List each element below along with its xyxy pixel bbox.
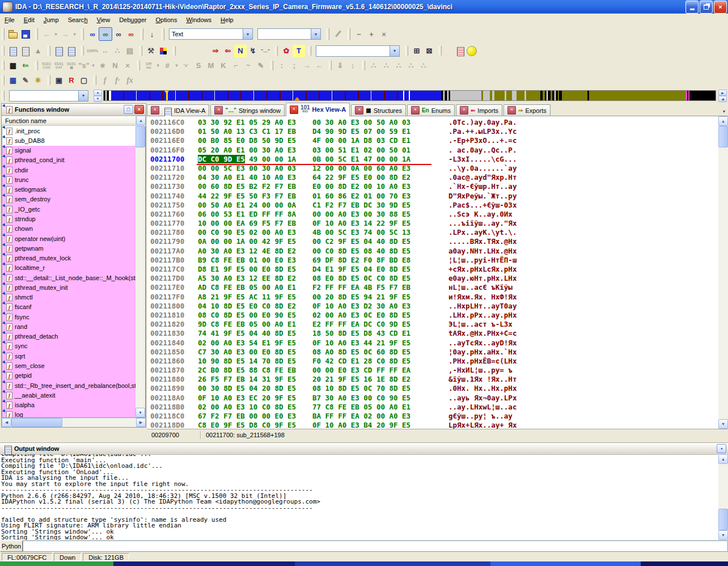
hex-row[interactable]: 002117E0AD C8 FE EB 05 00 A0 E1F2 FF FF …: [147, 283, 718, 292]
functions-scroll-right-button[interactable]: ▶: [136, 418, 146, 427]
hex-row[interactable]: 00211850C7 30 A0 E3 00 E0 8D E508 A0 8D …: [147, 348, 718, 357]
jump-target-combo[interactable]: ▾: [9, 90, 88, 102]
functions-maximize-button[interactable]: □: [124, 105, 133, 114]
restore-button[interactable]: [700, 1, 713, 14]
hexview-scroll-up-button[interactable]: ▲: [718, 116, 728, 126]
tab-close-icon[interactable]: ×: [460, 106, 468, 115]
function-list-item[interactable]: ▶fstrndup: [2, 214, 136, 223]
function-list-item[interactable]: ▶fpthread_cond_init: [2, 155, 136, 165]
function-list-item[interactable]: ▶fgetpid: [2, 371, 136, 381]
hex-row[interactable]: 0021189000 30 8D E5 04 20 8D E508 10 8D …: [147, 384, 718, 393]
rename-icon[interactable]: N: [234, 45, 247, 57]
function-list-item[interactable]: ▶fisalpha: [2, 400, 136, 409]
find-binary-icon[interactable]: ∞: [112, 28, 125, 40]
text-view-icon[interactable]: [7, 45, 19, 57]
function-list-item[interactable]: ▶flog: [2, 410, 136, 417]
function-list-item[interactable]: ▶flocaltime_r: [2, 263, 136, 273]
cascade-windows-icon[interactable]: ▣: [53, 74, 65, 87]
functions-vscroll-thumb[interactable]: [136, 126, 145, 147]
search-type-combo-arrow[interactable]: ▾: [243, 29, 252, 39]
function-list-item[interactable]: ▶foperator new(uint): [2, 234, 136, 243]
output-scroll-up-button[interactable]: ▲: [718, 454, 728, 464]
function-list-item[interactable]: ▶fsignal: [2, 146, 136, 155]
hex-view[interactable]: 002116C003 30 92 E1 05 29 A0 E300 30 A0 …: [147, 116, 718, 429]
tile-windows-icon[interactable]: ▢: [78, 74, 90, 87]
wrench-icon[interactable]: ⚒: [145, 45, 157, 57]
function-list-item[interactable]: ▶frand: [2, 322, 136, 331]
open-enums-icon[interactable]: En: [19, 60, 32, 72]
navigation-band[interactable]: [103, 90, 716, 101]
hex-row[interactable]: 0021180004 10 8D E5 E0 C0 8D E20F 10 A0 …: [147, 302, 718, 311]
tab-close-icon[interactable]: ×: [355, 106, 363, 115]
strings-list-icon[interactable]: "…": [259, 45, 272, 57]
function-list-item[interactable]: ▶fsync: [2, 341, 136, 351]
open-file-icon[interactable]: [7, 28, 19, 40]
hex-row[interactable]: 0021184002 00 A0 E3 54 E1 9F E50F 10 A0 …: [147, 339, 718, 348]
hex-row[interactable]: 0021173000 60 8D E5 B2 F2 F7 EBE0 00 8D …: [147, 182, 718, 191]
function-list-item[interactable]: ▶fsub_DAB8: [2, 136, 136, 145]
hex-row[interactable]: 002116E000 B0 85 E0 D8 50 9D E54F 00 00 …: [147, 136, 718, 145]
function-list-item[interactable]: ▶f__aeabi_atexit: [2, 390, 136, 400]
function-list-item[interactable]: ▶fchdir: [2, 165, 136, 175]
function-list-item[interactable]: ▶fpthread_mutex_lock: [2, 253, 136, 263]
function-list-item[interactable]: ▶fchown: [2, 224, 136, 234]
hex-row[interactable]: 0021172004 30 A0 E1 40 10 A0 E364 22 9F …: [147, 173, 718, 182]
menu-item-windows[interactable]: Windows: [181, 15, 216, 24]
function-list-item[interactable]: ▶ffscanf: [2, 302, 136, 312]
hex-row[interactable]: 0021175000 50 A0 E1 24 00 00 0AC1 F2 F7 …: [147, 201, 718, 210]
struct-expand-icon[interactable]: ⊞: [410, 45, 423, 57]
make-text-icon[interactable]: T: [293, 45, 305, 57]
minimize-button[interactable]: [685, 1, 699, 14]
function-list-item[interactable]: ▶f.init_proc: [2, 126, 136, 136]
menu-item-jump[interactable]: Jump: [39, 15, 64, 24]
search-string-combo-arrow[interactable]: ▾: [311, 29, 320, 39]
hex-row[interactable]: 002118702C B0 8D E5 88 C8 FE EB00 00 E0 …: [147, 366, 718, 375]
tab-close-icon[interactable]: ×: [411, 106, 420, 115]
struct-collapse-icon[interactable]: ⊠: [423, 45, 435, 57]
hex-row[interactable]: 002117B0B9 C8 FE EB 01 00 E0 E369 DF 8D …: [147, 256, 718, 265]
tab-close-icon[interactable]: ×: [214, 106, 223, 115]
tab-exports[interactable]: ×⇒Exports: [503, 104, 551, 116]
function-list-item[interactable]: ▶fsetlogmask: [2, 185, 136, 195]
remove-item-icon[interactable]: −: [353, 28, 365, 40]
function-list-item[interactable]: ▶fsem_destroy: [2, 195, 136, 204]
function-list-item[interactable]: ▶ffsync: [2, 312, 136, 322]
tab-close-icon[interactable]: ×: [290, 105, 298, 114]
function-list-item[interactable]: ▶fpthread_mutex_init: [2, 282, 136, 292]
hex-row[interactable]: 002117F0A8 21 9F E5 AC 11 9F E500 20 8D …: [147, 293, 718, 302]
hexview-vertical-scrollbar[interactable]: ▲ ▼: [718, 116, 728, 429]
functions-vscroll-track[interactable]: [136, 147, 145, 408]
function-list-item[interactable]: ▶fsem_close: [2, 361, 136, 370]
menu-item-options[interactable]: Options: [151, 15, 182, 24]
menu-item-file[interactable]: File: [0, 15, 19, 24]
functions-scroll-down-button[interactable]: ▼: [136, 408, 145, 417]
hex-row[interactable]: 002117C0D8 E1 9F E5 00 E0 8D E5D4 E1 9F …: [147, 265, 718, 274]
hexview-scroll-down-button[interactable]: ▼: [718, 419, 728, 429]
navband-scroll-up-button[interactable]: ▲: [94, 90, 102, 96]
hex-row[interactable]: 002116F005 20 A0 E1 00 30 A0 E303 00 51 …: [147, 146, 718, 155]
menu-item-view[interactable]: View: [92, 15, 115, 24]
tab-close-icon[interactable]: ×: [507, 106, 516, 115]
hex-row[interactable]: 0021177010 00 00 EA 69 F5 F7 EB0F 10 A0 …: [147, 219, 718, 228]
function-list-item[interactable]: ▶f_IO_getc: [2, 204, 136, 214]
hex-row[interactable]: 002118209D C8 FE EB 05 00 A0 E1E2 FF FF …: [147, 320, 718, 329]
hex-row[interactable]: 002117A0A0 30 A0 E3 12 4E 8D E200 C0 8D …: [147, 247, 718, 256]
hexview-vscroll-thumb[interactable]: [718, 126, 728, 147]
hexdump-view-icon[interactable]: [19, 45, 32, 57]
output-vscroll-thumb[interactable]: [718, 509, 728, 530]
hex-row[interactable]: 002118D0C8 E0 9F E5 D8 C0 9F E50F 10 A0 …: [147, 421, 718, 429]
function-list-item[interactable]: ▶fstd::_Rb_tree_insert_and_rebalance(boo…: [2, 381, 136, 390]
function-list-item[interactable]: ▶fgetpwnam: [2, 243, 136, 253]
jump-xref-from-icon[interactable]: ⇐: [222, 45, 234, 57]
hex-row[interactable]: 002118B002 00 A0 E3 10 C0 8D E577 C8 FE …: [147, 403, 718, 412]
add-item-icon[interactable]: +: [365, 28, 378, 40]
functions-horizontal-scrollbar[interactable]: ◀ ▶: [2, 418, 146, 427]
tab-list-chevron[interactable]: ▾: [720, 107, 728, 116]
output-vscroll-track[interactable]: [718, 464, 728, 509]
output-scroll-down-button[interactable]: ▼: [718, 530, 728, 540]
menu-item-search[interactable]: Search: [64, 15, 92, 24]
functions-scroll-up-button[interactable]: ▲: [136, 116, 146, 125]
output-window-dock-button[interactable]: ▪: [717, 444, 726, 453]
hexview-vscroll-track[interactable]: [718, 147, 728, 419]
close-toolbar-icon[interactable]: ×: [378, 28, 390, 40]
